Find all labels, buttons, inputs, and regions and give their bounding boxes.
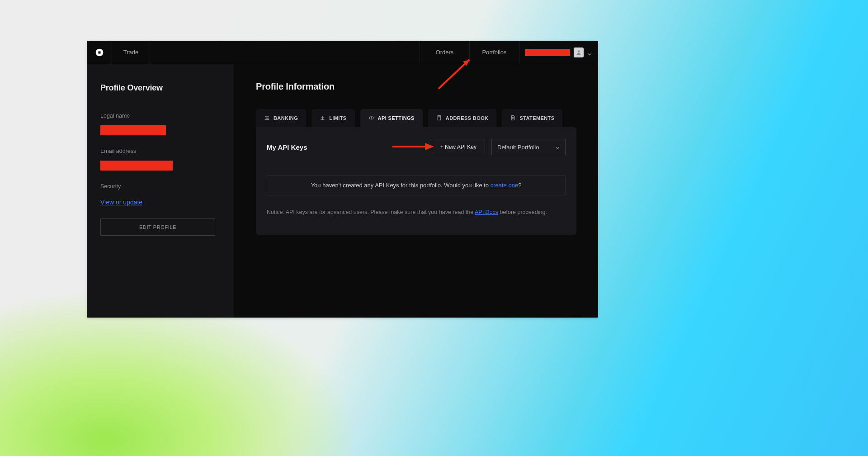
tab-label: BANKING (274, 115, 298, 121)
tab-label: STATEMENTS (519, 115, 554, 121)
svg-point-2 (578, 50, 580, 52)
bank-icon (264, 115, 270, 122)
user-menu[interactable] (519, 41, 598, 64)
create-one-link[interactable]: create one (491, 182, 518, 189)
tab-address-book[interactable]: ADDRESS BOOK (428, 109, 497, 127)
email-label: Email address (100, 148, 220, 154)
panel-heading: My API Keys (267, 143, 425, 151)
svg-rect-1 (98, 51, 100, 53)
empty-text-suffix: ? (518, 182, 521, 189)
brand-logo[interactable] (87, 41, 112, 64)
upload-icon (320, 115, 326, 122)
new-api-key-button[interactable]: + New API Key (432, 139, 485, 155)
nav-spacer (150, 41, 420, 64)
notice-suffix: before proceeding. (498, 209, 547, 215)
page-title: Profile Information (256, 81, 576, 92)
document-icon (510, 115, 516, 122)
app-window: Trade Orders Portfolios Profile Overview… (87, 41, 598, 318)
legal-name-label: Legal name (100, 113, 220, 119)
notice-prefix: Notice: API keys are for advanced users.… (267, 209, 475, 215)
security-label: Security (100, 183, 220, 190)
chevron-down-icon (587, 50, 592, 55)
chevron-down-icon (555, 145, 560, 149)
portfolio-selected-label: Default Portfolio (497, 144, 539, 151)
api-panel: My API Keys + New API Key Default Portfo… (256, 127, 576, 235)
tab-label: ADDRESS BOOK (446, 115, 489, 121)
tab-api-settings[interactable]: API SETTINGS (360, 109, 423, 127)
nav-trade[interactable]: Trade (112, 41, 150, 64)
portfolio-select[interactable]: Default Portfolio (491, 139, 566, 155)
nav-orders[interactable]: Orders (420, 41, 470, 64)
sidebar: Profile Overview Legal name Email addres… (87, 64, 234, 318)
nav-portfolios[interactable]: Portfolios (470, 41, 519, 64)
empty-text: You haven't created any API Keys for thi… (311, 182, 491, 189)
main-panel: Profile Information BANKING LIMITS API S… (234, 64, 598, 318)
sidebar-title: Profile Overview (100, 83, 220, 93)
tab-limits[interactable]: LIMITS (311, 109, 354, 127)
tab-statements[interactable]: STATEMENTS (502, 109, 562, 127)
legal-name-redacted (100, 125, 166, 135)
book-icon (436, 115, 442, 122)
code-icon (368, 115, 374, 122)
avatar (574, 48, 584, 57)
tab-label: API SETTINGS (378, 115, 415, 121)
tab-banking[interactable]: BANKING (256, 109, 306, 127)
email-redacted (100, 161, 173, 171)
tab-label: LIMITS (329, 115, 346, 121)
empty-state: You haven't created any API Keys for thi… (267, 175, 566, 195)
security-link[interactable]: View or update (100, 199, 142, 206)
user-name-redacted (525, 49, 570, 56)
edit-profile-button[interactable]: EDIT PROFILE (100, 218, 215, 236)
top-bar: Trade Orders Portfolios (87, 41, 598, 64)
api-docs-link[interactable]: API Docs (475, 209, 498, 215)
tab-strip: BANKING LIMITS API SETTINGS ADDRESS BOOK… (256, 109, 576, 127)
notice-text: Notice: API keys are for advanced users.… (267, 208, 566, 217)
